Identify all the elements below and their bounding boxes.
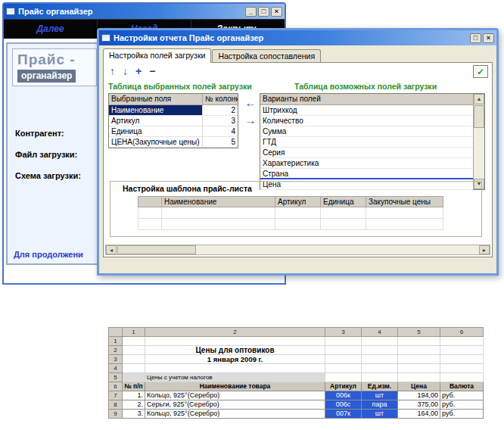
template-cell[interactable] bbox=[138, 219, 162, 230]
cell[interactable]: руб. bbox=[440, 410, 484, 419]
field-name-cell[interactable]: ЦЕНА(Закупочные цены) bbox=[109, 137, 203, 147]
cell[interactable] bbox=[325, 373, 362, 382]
cell[interactable] bbox=[440, 364, 484, 373]
dialog-titlebar[interactable]: Настройки отчета Прайс органайзер □ × bbox=[99, 30, 496, 45]
field-name-cell[interactable]: Артикул bbox=[109, 116, 203, 126]
add-icon[interactable]: + bbox=[135, 65, 142, 77]
cell[interactable] bbox=[123, 355, 145, 364]
cell[interactable] bbox=[362, 346, 398, 355]
cell[interactable]: Кольцо, 925°(Серебро) bbox=[145, 391, 325, 400]
table-header-cell[interactable]: Цена bbox=[398, 382, 440, 391]
row-header[interactable]: 8 bbox=[109, 400, 123, 410]
row-header[interactable]: 6 bbox=[109, 382, 123, 391]
table-row[interactable]: ЦЕНА(Закупочные цены) 5 bbox=[109, 137, 238, 148]
cell[interactable] bbox=[362, 337, 398, 346]
template-cell[interactable] bbox=[138, 207, 162, 219]
cell[interactable] bbox=[362, 364, 398, 373]
cell[interactable] bbox=[145, 337, 325, 346]
field-name-cell[interactable]: Наименование bbox=[109, 105, 203, 115]
column-header[interactable]: 1 bbox=[123, 328, 145, 337]
tab-load-fields[interactable]: Настройка полей загрузки bbox=[103, 48, 211, 63]
row-header[interactable]: 2 bbox=[109, 346, 123, 355]
column-header[interactable]: 3 bbox=[325, 328, 362, 337]
cell[interactable] bbox=[398, 364, 440, 373]
dialog-close-icon[interactable]: × bbox=[483, 33, 494, 43]
scrollbar-thumb[interactable] bbox=[474, 105, 484, 128]
cell[interactable] bbox=[123, 346, 145, 355]
cell[interactable] bbox=[123, 337, 145, 346]
tab-mapping[interactable]: Настройка сопоставления bbox=[212, 49, 321, 62]
list-item[interactable]: Сумма bbox=[260, 126, 473, 137]
template-cell[interactable] bbox=[275, 219, 321, 230]
table-row[interactable]: Наименование 2 bbox=[109, 105, 238, 116]
cell[interactable]: 375,00 bbox=[398, 400, 440, 410]
column-number-cell[interactable]: 3 bbox=[203, 116, 238, 126]
cell[interactable] bbox=[325, 337, 362, 346]
list-item[interactable]: ГТД bbox=[260, 137, 473, 148]
main-window-titlebar[interactable]: Прайс органайзер _ □ × bbox=[4, 4, 285, 19]
table-header-cell[interactable]: Ед.изм. bbox=[362, 382, 398, 391]
cell[interactable]: 164,00 bbox=[398, 410, 440, 419]
move-left-button[interactable]: ← bbox=[242, 96, 259, 110]
template-row[interactable] bbox=[138, 207, 443, 219]
cell[interactable] bbox=[325, 346, 362, 355]
cell[interactable] bbox=[325, 364, 362, 373]
cell[interactable] bbox=[325, 355, 362, 364]
cell[interactable] bbox=[398, 337, 440, 346]
table-header-cell[interactable]: Артикул bbox=[325, 382, 362, 391]
sheet-note-cell[interactable]: Цены с учетом налогов bbox=[145, 373, 325, 382]
template-cell[interactable] bbox=[321, 207, 366, 219]
sheet-title-cell[interactable]: Цены для оптовиков bbox=[145, 346, 325, 355]
row-header[interactable]: 3 bbox=[109, 355, 123, 364]
table-header-cell[interactable]: Наименование товара bbox=[145, 382, 325, 391]
sheet-date-cell[interactable]: 1 января 2009 г. bbox=[145, 355, 325, 364]
row-header[interactable]: 4 bbox=[109, 364, 123, 373]
cell[interactable] bbox=[398, 346, 440, 355]
row-header[interactable]: 7 bbox=[109, 391, 123, 400]
cell[interactable] bbox=[123, 364, 145, 373]
scroll-right-icon[interactable]: ► bbox=[479, 245, 490, 254]
template-row[interactable] bbox=[138, 219, 443, 230]
template-cell[interactable] bbox=[321, 219, 366, 230]
list-item[interactable]: Штрихкод bbox=[260, 105, 473, 116]
vertical-scrollbar[interactable]: ▲ ▼ bbox=[473, 94, 484, 189]
cell[interactable]: Серьги, 925°(Серебро) bbox=[145, 400, 325, 410]
table-row[interactable]: Единица 4 bbox=[109, 126, 238, 137]
column-number-cell[interactable]: 2 bbox=[203, 105, 238, 115]
remove-icon[interactable]: − bbox=[149, 65, 155, 77]
scrollbar-thumb[interactable] bbox=[117, 245, 196, 254]
row-header[interactable]: 5 bbox=[109, 373, 123, 382]
cell[interactable] bbox=[440, 346, 484, 355]
confirm-button[interactable]: ✓ bbox=[473, 65, 488, 78]
close-icon[interactable]: × bbox=[271, 7, 282, 17]
list-item[interactable]: Страна bbox=[260, 169, 473, 179]
template-cell[interactable] bbox=[162, 219, 275, 230]
cell[interactable]: шт bbox=[362, 410, 398, 419]
cell[interactable] bbox=[362, 373, 398, 382]
column-header[interactable]: 4 bbox=[362, 328, 398, 337]
cell[interactable]: шт bbox=[362, 391, 398, 400]
template-cell[interactable] bbox=[275, 207, 321, 219]
column-number-cell[interactable]: 4 bbox=[203, 126, 238, 136]
cell[interactable] bbox=[145, 364, 325, 373]
move-down-icon[interactable]: ↓ bbox=[123, 65, 128, 77]
table-row[interactable]: Артикул 3 bbox=[109, 116, 238, 126]
cell[interactable]: 194,00 bbox=[398, 391, 440, 400]
dialog-maximize-icon[interactable]: □ bbox=[470, 33, 481, 43]
cell[interactable]: 007к bbox=[325, 410, 362, 419]
cell[interactable]: пара bbox=[362, 400, 398, 410]
cell[interactable]: руб. bbox=[440, 400, 484, 410]
cell[interactable]: 3. bbox=[123, 410, 145, 419]
cell[interactable] bbox=[123, 373, 145, 382]
cell[interactable]: руб. bbox=[440, 391, 484, 400]
move-right-button[interactable]: → bbox=[242, 114, 259, 127]
cell[interactable]: Кольцо, 925°(Серебро) bbox=[145, 410, 325, 419]
table-header-cell[interactable]: Валюта bbox=[440, 382, 484, 391]
move-up-icon[interactable]: ↑ bbox=[110, 65, 115, 77]
template-cell[interactable] bbox=[162, 207, 275, 219]
cell[interactable] bbox=[362, 355, 398, 364]
list-item[interactable]: Характеристика bbox=[260, 158, 473, 169]
column-header[interactable]: 5 bbox=[398, 328, 440, 337]
cell[interactable] bbox=[398, 355, 440, 364]
scroll-up-icon[interactable]: ▲ bbox=[474, 94, 484, 104]
